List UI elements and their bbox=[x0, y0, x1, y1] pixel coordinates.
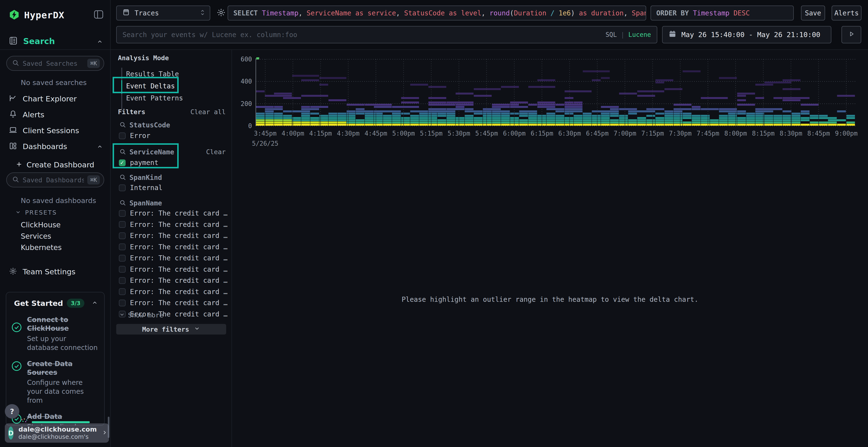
sql-orderby-editor[interactable]: ORDER BY Timestamp DESC bbox=[651, 5, 794, 21]
svg-text:0: 0 bbox=[248, 122, 252, 130]
svg-text:9:00pm: 9:00pm bbox=[835, 130, 858, 137]
empty-state-message: Please highlight an outlier range in the… bbox=[232, 296, 868, 304]
spanname-value-list: Error: The credit card …Error: The credi… bbox=[119, 209, 227, 321]
checkbox-unchecked[interactable] bbox=[119, 232, 126, 239]
filter-value-label[interactable]: Error: The credit card … bbox=[130, 276, 227, 284]
language-lucene-option[interactable]: Lucene bbox=[628, 31, 651, 38]
clear-servicename-button[interactable]: Clear bbox=[206, 148, 226, 156]
search-icon bbox=[119, 199, 126, 207]
svg-text:6:15pm: 6:15pm bbox=[531, 130, 553, 137]
chevron-up-icon[interactable] bbox=[91, 300, 98, 307]
source-select[interactable]: Traces bbox=[116, 5, 210, 21]
sidebar-item-chart-explorer[interactable]: Chart Explorer bbox=[9, 94, 77, 104]
language-sql-option[interactable]: SQL bbox=[606, 31, 617, 38]
more-filters-button[interactable]: More filters bbox=[116, 324, 226, 335]
source-settings-gear-icon[interactable] bbox=[216, 8, 226, 18]
checkbox-unchecked[interactable] bbox=[119, 255, 126, 262]
run-query-button[interactable] bbox=[841, 26, 861, 43]
preset-clickhouse[interactable]: ClickHouse bbox=[21, 220, 61, 229]
checkbox-unchecked[interactable] bbox=[119, 277, 126, 284]
filter-value-label[interactable]: Internal bbox=[130, 184, 162, 192]
preset-kubernetes[interactable]: Kubernetes bbox=[21, 243, 62, 252]
checkbox-unchecked[interactable] bbox=[119, 288, 126, 295]
event-search-input[interactable] bbox=[123, 31, 601, 39]
checkbox-unchecked[interactable] bbox=[119, 221, 126, 228]
saved-dashboards-search[interactable]: ⌘K bbox=[6, 172, 104, 187]
mode-results-table[interactable]: Results Table bbox=[126, 70, 179, 78]
source-select-value: Traces bbox=[134, 9, 159, 17]
get-started-item[interactable]: Create Data Sources Configure where your… bbox=[6, 354, 104, 407]
filter-value-label[interactable]: Error: The credit card … bbox=[130, 209, 227, 217]
filter-value-row[interactable]: Error bbox=[119, 132, 150, 140]
more-filters-label: More filters bbox=[142, 325, 189, 333]
filter-value-row[interactable]: Error: The credit card … bbox=[119, 276, 227, 284]
checkbox-unchecked[interactable] bbox=[119, 210, 126, 217]
show-more-button[interactable]: Show more bbox=[119, 311, 163, 319]
bell-icon bbox=[9, 110, 18, 119]
gear-icon bbox=[9, 267, 18, 276]
sidebar-item-client-sessions[interactable]: Client Sessions bbox=[9, 126, 79, 135]
app-title: HyperDX bbox=[24, 10, 64, 21]
filter-value-label[interactable]: Error: The credit card … bbox=[130, 288, 227, 296]
filter-value-row[interactable]: Error: The credit card … bbox=[119, 209, 227, 217]
filter-value-label[interactable]: Error: The credit card … bbox=[130, 243, 227, 251]
event-search-bar[interactable]: SQL | Lucene bbox=[116, 26, 657, 43]
filter-value-row[interactable]: payment bbox=[119, 159, 158, 167]
chevron-up-icon[interactable] bbox=[96, 38, 103, 46]
alerts-button[interactable]: Alerts bbox=[832, 5, 862, 21]
filter-value-label[interactable]: Error bbox=[130, 132, 150, 140]
checkbox-checked[interactable] bbox=[119, 160, 126, 166]
clear-all-button[interactable]: Clear all bbox=[190, 108, 226, 115]
sidebar-item-team-settings[interactable]: Team Settings bbox=[9, 267, 75, 276]
checkbox-unchecked[interactable] bbox=[119, 266, 126, 273]
help-button[interactable]: ? bbox=[5, 404, 19, 419]
preset-services[interactable]: Services bbox=[21, 232, 51, 240]
saved-searches-input[interactable] bbox=[23, 60, 84, 67]
app-logo[interactable]: HyperDX bbox=[9, 9, 64, 21]
svg-text:7:45pm: 7:45pm bbox=[696, 130, 719, 137]
query-language-toggle[interactable]: SQL | Lucene bbox=[606, 31, 651, 38]
filter-group-statuscode[interactable]: StatusCode bbox=[119, 121, 170, 129]
filter-value-row[interactable]: Error: The credit card … bbox=[119, 232, 227, 240]
filter-value-row[interactable]: Error: The credit card … bbox=[119, 265, 227, 273]
sidebar-item-alerts[interactable]: Alerts bbox=[9, 110, 44, 119]
duration-heatmap[interactable]: 02004006003:45pm4:00pm4:15pm4:30pm4:45pm… bbox=[232, 50, 868, 158]
mode-event-patterns[interactable]: Event Patterns bbox=[126, 94, 183, 102]
create-dashboard-button[interactable]: Create Dashboard bbox=[16, 161, 94, 169]
filter-group-spanname[interactable]: SpanName bbox=[119, 199, 162, 207]
sidebar-item-search[interactable]: Search bbox=[9, 36, 55, 46]
filter-value-label[interactable]: Error: The credit card … bbox=[130, 232, 227, 240]
sql-select-editor[interactable]: SELECT Timestamp, ServiceName as service… bbox=[227, 5, 646, 21]
filter-value-row[interactable]: Error: The credit card … bbox=[119, 299, 227, 307]
filter-value-row[interactable]: Internal bbox=[119, 184, 162, 192]
sidebar-item-label: Dashboards bbox=[23, 142, 67, 151]
shortcut-badge: ⌘K bbox=[87, 175, 100, 184]
filter-value-label[interactable]: Error: The credit card … bbox=[130, 254, 227, 262]
filter-value-label[interactable]: Error: The credit card … bbox=[130, 299, 227, 307]
filter-value-row[interactable]: Error: The credit card … bbox=[119, 254, 227, 262]
filter-value-label[interactable]: Error: The credit card … bbox=[130, 265, 227, 273]
saved-searches-search[interactable]: ⌘K bbox=[6, 56, 104, 71]
presets-toggle[interactable]: PRESETS bbox=[15, 209, 57, 216]
get-started-title: Get Started bbox=[14, 299, 63, 308]
date-range-picker[interactable]: May 26 15:40:00 - May 26 21:10:00 bbox=[662, 26, 831, 43]
checkbox-unchecked[interactable] bbox=[119, 133, 126, 139]
filter-value-row[interactable]: Error: The credit card … bbox=[119, 220, 227, 229]
filter-value-row[interactable]: Error: The credit card … bbox=[119, 288, 227, 296]
mode-event-deltas[interactable]: Event Deltas bbox=[126, 82, 175, 90]
saved-dashboards-input[interactable] bbox=[23, 176, 84, 184]
checkbox-unchecked[interactable] bbox=[119, 300, 126, 306]
get-started-item[interactable]: Connect to ClickHouse Set up your databa… bbox=[6, 310, 104, 354]
checkbox-unchecked[interactable] bbox=[119, 243, 126, 250]
sidebar-collapse-icon[interactable] bbox=[93, 10, 104, 19]
filter-group-servicename[interactable]: ServiceName bbox=[119, 148, 174, 156]
chevron-up-icon[interactable] bbox=[96, 143, 103, 151]
sidebar-item-dashboards[interactable]: Dashboards bbox=[9, 142, 67, 151]
filter-group-spankind[interactable]: SpanKind bbox=[119, 174, 162, 182]
user-menu[interactable]: D dale@clickhouse.com dale@clickhouse.co… bbox=[5, 423, 109, 443]
filter-value-label[interactable]: Error: The credit card … bbox=[130, 220, 227, 229]
filter-value-label[interactable]: payment bbox=[130, 159, 158, 167]
save-button[interactable]: Save bbox=[801, 5, 825, 21]
filter-value-row[interactable]: Error: The credit card … bbox=[119, 243, 227, 251]
checkbox-unchecked[interactable] bbox=[119, 184, 126, 191]
